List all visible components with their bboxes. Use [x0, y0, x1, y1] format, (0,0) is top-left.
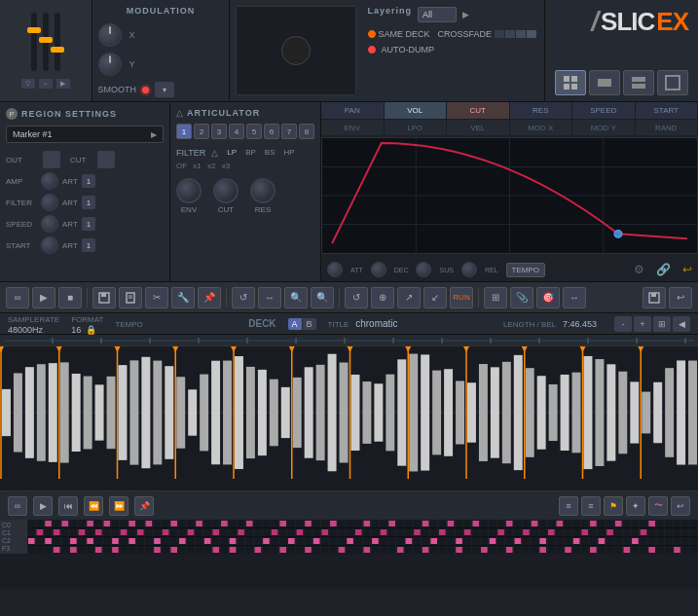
undo-btn[interactable]: ↺	[232, 287, 255, 308]
stop-btn[interactable]: ■	[58, 287, 82, 308]
rel-knob[interactable]	[461, 262, 477, 277]
filter-x2[interactable]: x2	[207, 162, 215, 170]
tab-cut[interactable]: CUT	[447, 102, 510, 120]
move-up-btn[interactable]: ↗	[397, 287, 421, 308]
tr-flag[interactable]: ⚑	[604, 496, 623, 516]
tr-star[interactable]: ✦	[626, 496, 645, 516]
run-btn[interactable]: RUN	[450, 287, 473, 308]
filter-bs[interactable]: BS	[262, 147, 278, 158]
save-btn[interactable]	[92, 287, 116, 308]
mixer-icon-1[interactable]: ▽	[21, 79, 35, 89]
piano-grid[interactable]	[27, 520, 698, 554]
view-btn-alt1[interactable]	[623, 70, 654, 95]
layering-arrow[interactable]: ▶	[462, 10, 469, 19]
speed-art-value[interactable]: 1	[82, 217, 95, 231]
tr-list[interactable]: ≡	[559, 496, 578, 516]
att-knob[interactable]	[327, 262, 343, 277]
mod-y-knob[interactable]	[98, 53, 122, 76]
smooth-led[interactable]	[142, 87, 149, 93]
start-art-value[interactable]: 1	[82, 238, 95, 252]
transport-pin[interactable]: 📌	[134, 496, 154, 516]
filter-x1[interactable]: x1	[193, 162, 201, 170]
amp-art-value[interactable]: 1	[82, 174, 95, 188]
zoom-minus[interactable]: -	[614, 316, 632, 332]
num-btn-5[interactable]: 5	[246, 124, 262, 139]
speed-knob[interactable]	[41, 215, 58, 233]
res-knob[interactable]	[250, 178, 276, 203]
transport-skip-back[interactable]: ⏮	[58, 496, 78, 516]
tempo-button[interactable]: TEMPO	[506, 263, 545, 277]
pin-btn[interactable]: 📌	[198, 287, 221, 308]
sub-tab-rand[interactable]: RAND	[636, 120, 699, 135]
grid-btn[interactable]: ⊞	[484, 287, 507, 308]
new-btn[interactable]	[119, 287, 142, 308]
tab-res[interactable]: RES	[510, 102, 573, 120]
tr-list2[interactable]: ≡	[581, 496, 601, 516]
auto-dump-radio[interactable]	[368, 46, 376, 54]
amp-knob[interactable]	[41, 172, 58, 190]
transport-back[interactable]: ⏪	[84, 496, 103, 516]
num-btn-2[interactable]: 2	[194, 124, 209, 139]
smooth-dropdown[interactable]: ▾	[155, 82, 174, 97]
tab-start[interactable]: START	[636, 102, 699, 120]
redo-btn[interactable]: ↺	[345, 287, 368, 308]
zoom-plus[interactable]: +	[634, 316, 651, 332]
filter-lp[interactable]: LP	[224, 147, 239, 158]
filter-hp[interactable]: HP	[280, 147, 297, 158]
zoom-in-btn[interactable]: 🔍	[284, 287, 308, 308]
filter-bp[interactable]: BP	[242, 147, 259, 158]
marker-dropdown[interactable]: Marker #1 ▶	[6, 126, 164, 143]
sub-tab-vel[interactable]: VEL	[447, 120, 510, 135]
save2-btn[interactable]	[643, 287, 666, 308]
start-knob[interactable]	[41, 236, 58, 254]
fader-3[interactable]	[55, 13, 60, 71]
resize-btn[interactable]: ↔	[258, 287, 281, 308]
out-value[interactable]	[43, 151, 60, 168]
sub-tab-lfo[interactable]: LFO	[385, 120, 448, 135]
filter-art-value[interactable]: 1	[82, 196, 95, 209]
num-btn-4[interactable]: 4	[229, 124, 244, 139]
same-deck-radio[interactable]	[368, 30, 376, 38]
tr-back[interactable]: ↩	[671, 496, 690, 516]
env-settings-icon[interactable]: ⚙	[634, 263, 644, 276]
zoom-out-btn[interactable]: 🔍	[311, 287, 334, 308]
num-btn-7[interactable]: 7	[281, 124, 297, 139]
move-down-btn[interactable]: ↙	[423, 287, 447, 308]
cut-btn[interactable]: ✂	[145, 287, 168, 308]
num-btn-3[interactable]: 3	[211, 124, 227, 139]
mixer-icon-3[interactable]: ▶	[56, 79, 70, 89]
env-knob[interactable]	[176, 178, 202, 203]
deck-b-btn[interactable]: B	[303, 318, 316, 330]
transport-loop[interactable]: ∞	[8, 496, 27, 516]
num-btn-8[interactable]: 8	[299, 124, 314, 139]
sus-knob[interactable]	[416, 262, 431, 277]
tab-pan[interactable]: PAN	[321, 102, 385, 120]
sub-tab-env[interactable]: ENV	[321, 120, 385, 135]
env-link-icon[interactable]: 🔗	[656, 263, 671, 276]
deck-a-btn[interactable]: A	[288, 318, 302, 330]
loop-btn[interactable]: ∞	[6, 287, 29, 308]
mixer-icon-2[interactable]: ~	[39, 79, 53, 89]
sub-tab-mody[interactable]: MOD Y	[572, 120, 636, 135]
layering-select[interactable]: All	[418, 7, 457, 22]
filter-of[interactable]: OF	[176, 162, 187, 170]
view-btn-grid[interactable]	[555, 70, 586, 95]
env-arrow-icon[interactable]: ↩	[682, 263, 692, 276]
filter-x3[interactable]: x3	[222, 162, 230, 170]
back-btn[interactable]: ↩	[669, 287, 692, 308]
dec-knob[interactable]	[371, 262, 386, 277]
scroll-left[interactable]: ◀	[673, 316, 690, 332]
view-btn-single[interactable]	[589, 70, 620, 95]
target-btn[interactable]: 🎯	[536, 287, 560, 308]
transport-forward[interactable]: ⏩	[109, 496, 129, 516]
play-btn[interactable]: ▶	[32, 287, 55, 308]
crossfade-option[interactable]: CROSSFADE	[438, 29, 537, 39]
cut-knob[interactable]	[213, 178, 239, 203]
tr-curve[interactable]: 〜	[648, 496, 668, 516]
mod-x-knob[interactable]	[98, 23, 122, 47]
transport-play[interactable]: ▶	[33, 496, 53, 516]
view-btn-alt2[interactable]	[657, 70, 688, 95]
add-btn[interactable]: ⊕	[371, 287, 394, 308]
num-btn-1[interactable]: 1	[176, 124, 192, 139]
link-btn[interactable]: 📎	[510, 287, 533, 308]
